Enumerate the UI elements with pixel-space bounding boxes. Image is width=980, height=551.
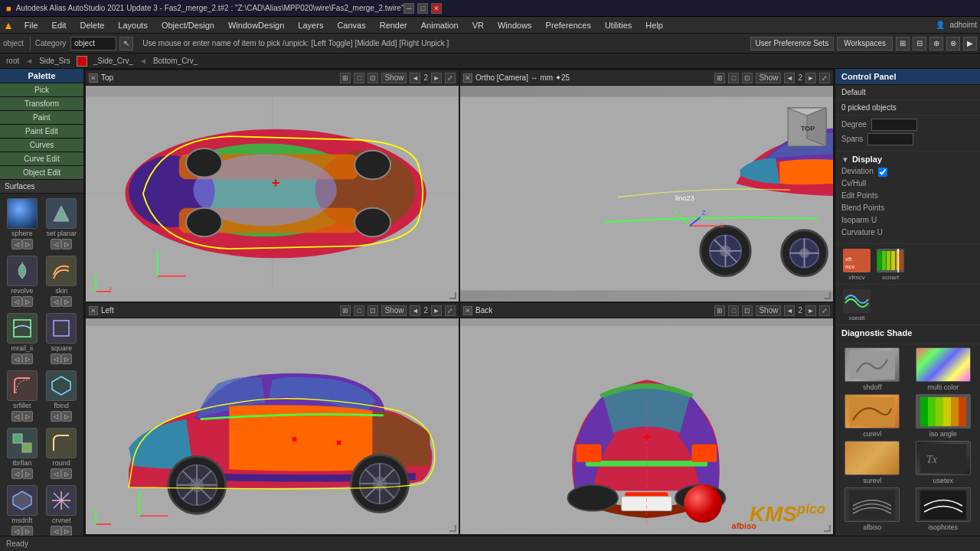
minimize-button[interactable]: ─ — [403, 3, 414, 14]
tool-xsedit[interactable]: xsedit — [841, 288, 872, 321]
menu-item-layouts[interactable]: Layouts — [112, 19, 154, 31]
menu-item-windows[interactable]: Windows — [492, 19, 538, 31]
menu-item-vr[interactable]: VR — [466, 19, 490, 31]
vp-left-resize[interactable] — [448, 523, 457, 533]
viewport-left-content[interactable] — [86, 318, 459, 534]
tool-sphere[interactable]: sphere ◁▷ — [3, 197, 41, 253]
vp-back-arrow-r[interactable]: ► — [805, 305, 816, 316]
tool-tbrflan-sub1[interactable]: ◁ — [11, 468, 22, 479]
vp-persp-expand[interactable]: ⤢ — [819, 73, 830, 83]
tool-square-sub2[interactable]: ▷ — [61, 354, 72, 364]
tool-sphere-sub2[interactable]: ▷ — [22, 239, 33, 249]
object-input[interactable] — [70, 37, 116, 51]
vp-back-zoom-in[interactable]: □ — [728, 305, 739, 316]
tool-crvnet[interactable]: crvnet ◁▷ — [43, 484, 81, 536]
vp-persp-arrow-r[interactable]: ► — [805, 73, 816, 83]
tool-fbind-sub2[interactable]: ▷ — [61, 411, 72, 422]
viewport-back[interactable]: ✕ Back ⊞ □ ⊡ Show ◄ 2 ► ⤢ — [460, 303, 833, 534]
breadcrumb-side-srs[interactable]: Side_Srs — [36, 57, 74, 65]
toolbar-icon-5[interactable]: ▶ — [963, 37, 977, 51]
tool-fbind-sub1[interactable]: ◁ — [51, 411, 61, 422]
rp-deviation-checkbox[interactable] — [878, 168, 887, 177]
ortho-cube[interactable]: TOP — [784, 104, 830, 150]
tool-square-sub1[interactable]: ◁ — [51, 354, 61, 364]
tool-tbrflan-sub2[interactable]: ▷ — [22, 468, 33, 479]
workspaces-button[interactable]: Workspaces — [837, 37, 893, 51]
toolbar-icon-1[interactable]: ⊞ — [896, 37, 910, 51]
tool-revolve[interactable]: revolve ◁▷ — [3, 254, 41, 310]
menu-item-animation[interactable]: Animation — [415, 19, 465, 31]
tool-skin[interactable]: skin ◁▷ — [43, 254, 81, 310]
diag-iso-angle[interactable]: iso angle — [910, 394, 978, 438]
palette-paint[interactable]: Paint — [0, 111, 83, 125]
close-button[interactable]: ✕ — [431, 3, 442, 14]
vp-top-grid[interactable]: ⊡ — [368, 73, 378, 83]
menu-item-edit[interactable]: Edit — [46, 19, 73, 31]
tool-revolve-sub1[interactable]: ◁ — [11, 296, 22, 307]
vp-left-expand[interactable]: ⤢ — [445, 305, 456, 316]
toolbar-icon-4[interactable]: ⊗ — [946, 37, 960, 51]
tool-setplanar-sub2[interactable]: ▷ — [61, 239, 72, 249]
menu-item-render[interactable]: Render — [374, 19, 413, 31]
palette-pick[interactable]: Pick — [0, 83, 83, 97]
vp-left-arrow-r[interactable]: ► — [431, 305, 442, 316]
vp-top-arrow-l[interactable]: ◄ — [410, 73, 420, 83]
diag-shdoff[interactable]: shdoff — [838, 347, 906, 391]
viewport-top[interactable]: ✕ Top ⊞ □ ⊡ Show ◄ 2 ► ⤢ — [86, 70, 459, 302]
tool-fbind[interactable]: fbind ◁▷ — [43, 369, 81, 425]
tool-mrail[interactable]: mrail_ii ◁▷ — [3, 311, 41, 367]
diag-afbiso[interactable]: afbiso — [838, 487, 906, 531]
vp-persp-grid[interactable]: ⊡ — [742, 73, 753, 83]
vp-top-expand[interactable]: ⤢ — [445, 73, 456, 83]
vp-back-show[interactable]: Show — [756, 305, 781, 316]
vp-left-arrow-l[interactable]: ◄ — [410, 305, 420, 316]
vp-back-zoom-fit[interactable]: ⊞ — [714, 305, 725, 316]
tool-mrail-sub2[interactable]: ▷ — [22, 354, 33, 364]
breadcrumb-root[interactable]: root — [3, 57, 22, 65]
viewport-back-close[interactable]: ✕ — [463, 306, 472, 315]
palette-paint-edit[interactable]: Paint Edit — [0, 125, 83, 139]
menu-item-help[interactable]: Help — [639, 19, 669, 31]
viewport-top-content[interactable]: X Y — [86, 86, 459, 302]
diag-multi-color[interactable]: multi color — [910, 347, 978, 391]
palette-curves[interactable]: Curves — [0, 139, 83, 152]
tool-srfillet[interactable]: srfillet ◁▷ — [3, 369, 41, 425]
palette-curve-edit[interactable]: Curve Edit — [0, 152, 83, 166]
tool-set-planar[interactable]: set planar ◁▷ — [43, 197, 81, 253]
menu-item-layers[interactable]: Layers — [292, 19, 329, 31]
menu-item-utilities[interactable]: Utilities — [599, 19, 638, 31]
tool-round-sub2[interactable]: ▷ — [61, 468, 72, 479]
viewport-back-content[interactable]: KMSpico afbiso — [460, 318, 833, 534]
menu-item-file[interactable]: File — [18, 19, 44, 31]
menu-item-windowdesign[interactable]: WindowDesign — [222, 19, 290, 31]
maximize-button[interactable]: □ — [417, 3, 428, 14]
pick-icon[interactable]: ↖ — [119, 37, 133, 51]
tool-xfrncv[interactable]: xfr ncv xfrncv — [841, 247, 872, 281]
tool-round[interactable]: round ◁▷ — [43, 426, 81, 482]
vp-left-zoom-fit[interactable]: ⊞ — [340, 305, 351, 316]
tool-msdrift[interactable]: msdrift ◁▷ — [3, 484, 41, 536]
vp-top-arrow-r[interactable]: ► — [431, 73, 442, 83]
menu-item-canvas[interactable]: Canvas — [331, 19, 371, 31]
toolbar-icon-2[interactable]: ⊟ — [913, 37, 926, 51]
tool-mrail-sub1[interactable]: ◁ — [11, 354, 22, 364]
breadcrumb-color-swatch[interactable] — [77, 56, 87, 67]
diag-curevl[interactable]: curevl — [838, 394, 906, 438]
vp-top-resize[interactable] — [448, 291, 457, 300]
tool-sphere-sub1[interactable]: ◁ — [11, 239, 22, 249]
viewport-top-close[interactable]: ✕ — [89, 73, 98, 83]
tool-square[interactable]: square ◁▷ — [43, 311, 81, 367]
viewport-left-close[interactable]: ✕ — [89, 306, 98, 315]
tool-round-sub1[interactable]: ◁ — [51, 468, 61, 479]
tool-tbrflan[interactable]: tbrflan ◁▷ — [3, 426, 41, 482]
breadcrumb-side-crv[interactable]: _Side_Crv_ — [90, 57, 136, 65]
viewport-perspective-close[interactable]: ✕ — [463, 73, 472, 83]
vp-persp-zoom-in[interactable]: □ — [728, 73, 739, 83]
tool-msdrift-sub1[interactable]: ◁ — [11, 526, 22, 536]
tool-scnarf[interactable]: scnarf — [875, 247, 906, 281]
vp-persp-zoom-fit[interactable]: ⊞ — [714, 73, 725, 83]
tool-skin-sub1[interactable]: ◁ — [51, 296, 61, 307]
tool-srfillet-sub2[interactable]: ▷ — [22, 411, 33, 422]
tool-setplanar-sub1[interactable]: ◁ — [51, 239, 61, 249]
diag-surevl[interactable]: surevl — [838, 441, 906, 484]
